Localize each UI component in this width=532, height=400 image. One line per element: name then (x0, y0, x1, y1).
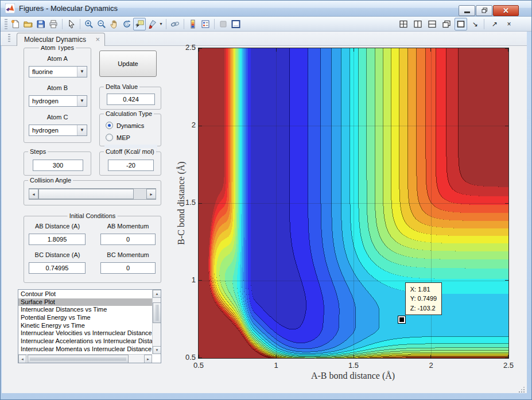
disabled-tool-button (217, 18, 230, 30)
scroll-right-icon[interactable]: ► (144, 355, 152, 363)
ab-momentum-field[interactable] (100, 234, 156, 245)
datatip-z: Z: -103.2 (410, 304, 437, 313)
tile-columns-button[interactable] (411, 18, 424, 30)
disabled-square-icon (219, 20, 228, 29)
cascade-windows-icon (442, 20, 451, 29)
restore-button[interactable] (476, 5, 492, 16)
pan-button[interactable] (108, 18, 121, 30)
steps-field[interactable] (33, 160, 83, 171)
mep-radio[interactable] (106, 134, 113, 141)
single-window-button[interactable] (455, 18, 467, 30)
datatip[interactable]: X: 1.81 Y: 0.7499 Z: -103.2 (405, 282, 442, 316)
datatip-marker[interactable] (399, 317, 404, 322)
zoom-out-button[interactable] (95, 18, 108, 30)
horizontal-scroll-thumb[interactable] (28, 355, 129, 363)
titlebar[interactable]: Figures - Molecular Dynamics ✕ (1, 1, 531, 17)
cutoff-field[interactable] (108, 160, 154, 171)
print-button[interactable] (47, 18, 60, 30)
scroll-left-icon[interactable]: ◄ (18, 355, 26, 363)
toolbar-separator (62, 19, 63, 29)
atom-c-dropdown[interactable]: hydrogen ▼ (29, 125, 87, 136)
atom-b-dropdown[interactable]: hydrogen ▼ (29, 95, 87, 107)
undock-button[interactable]: ↗ (488, 18, 501, 30)
list-item[interactable]: Potential Energy vs Time (18, 314, 152, 322)
slider-right-arrow[interactable]: ▸ (146, 189, 156, 199)
list-item[interactable]: Internuclear Distances vs Time (18, 306, 152, 314)
scroll-up-icon[interactable]: ▲ (153, 290, 161, 298)
collision-angle-slider[interactable]: ◂ ▸ (29, 188, 156, 200)
figure-toolbar: ▾ ↘ ↗ × (1, 17, 531, 32)
vertical-scroll-thumb[interactable] (153, 302, 161, 323)
legend-icon (201, 20, 210, 29)
minimize-button[interactable] (459, 5, 475, 16)
chevron-down-icon[interactable]: ▼ (77, 125, 87, 135)
zoom-in-button[interactable] (83, 18, 95, 30)
canvas-window-button[interactable] (230, 18, 242, 30)
tab-label: Molecular Dynamics (24, 36, 86, 44)
close-icon: ✕ (494, 6, 518, 15)
update-button[interactable]: Update (99, 51, 157, 77)
cutoff-group: Cutoff (Kcal/ mol) (99, 152, 161, 176)
y-tick: 2.5 (173, 43, 196, 52)
vertical-scrollbar[interactable]: ▲ ▼ (152, 290, 161, 354)
y-axis-label: B-C bond distance (Å) (176, 140, 187, 266)
mep-radio-label[interactable]: MEP (117, 134, 130, 141)
bc-distance-field[interactable] (29, 262, 86, 274)
brush-dropdown-icon[interactable]: ▾ (158, 21, 164, 26)
insert-colorbar-button[interactable] (187, 18, 199, 30)
new-script-button[interactable] (9, 18, 22, 30)
plot-type-listbox[interactable]: Contour Plot Surface Plot Internuclear D… (18, 289, 161, 363)
data-cursor-button[interactable] (133, 18, 146, 30)
data-cursor-icon (135, 20, 144, 29)
ab-distance-field[interactable] (29, 234, 86, 245)
slider-left-arrow[interactable]: ◂ (29, 189, 38, 199)
tile-rows-button[interactable] (426, 18, 438, 30)
resize-grip[interactable] (519, 391, 520, 393)
save-button[interactable] (34, 18, 47, 30)
list-item[interactable]: Kinetic Energy vs Time (18, 322, 152, 330)
tile-rows-icon (428, 20, 437, 29)
list-item-selected[interactable]: Surface Plot (18, 298, 152, 306)
zoom-in-icon (84, 20, 94, 29)
chevron-down-icon[interactable]: ▼ (77, 96, 87, 106)
tab-molecular-dynamics[interactable]: Molecular Dynamics × (17, 33, 105, 46)
list-item[interactable]: Contour Plot (18, 290, 152, 298)
rotate-3d-button[interactable] (121, 18, 133, 30)
axes[interactable]: X: 1.81 Y: 0.7499 Z: -103.2 (198, 48, 509, 359)
contour-canvas[interactable] (199, 48, 508, 358)
tile-grid-button[interactable] (397, 18, 410, 30)
dock-arrow-button[interactable]: ↘ (469, 18, 481, 30)
horizontal-scrollbar[interactable]: ◄ ► (18, 354, 152, 363)
colorbar-icon (188, 20, 197, 29)
printer-icon (49, 20, 58, 29)
toolbar-grip[interactable] (5, 19, 7, 29)
insert-legend-button[interactable] (199, 18, 212, 30)
list-item[interactable]: Internuclear Momenta vs Internuclear Dis… (18, 345, 152, 354)
tab-grip[interactable] (8, 34, 10, 43)
atom-types-group: Atom Types Atom A fluorine ▼ Atom B hydr… (24, 48, 91, 143)
brush-button[interactable] (146, 18, 158, 30)
scroll-down-icon[interactable]: ▼ (153, 346, 161, 354)
bc-momentum-field[interactable] (100, 262, 156, 274)
tab-close-icon[interactable]: × (95, 35, 100, 44)
edit-plot-button[interactable] (65, 18, 77, 30)
close-panel-button[interactable]: × (503, 18, 515, 30)
tile-grid-icon (399, 20, 408, 29)
cascade-windows-button[interactable] (440, 18, 453, 30)
collision-angle-legend: Collision Angle (28, 177, 73, 184)
list-item[interactable]: Internuclear Accelerations vs Internucle… (18, 337, 152, 345)
layout-tools: ↘ ↗ × (395, 17, 515, 32)
link-plots-button[interactable] (169, 18, 181, 30)
chevron-down-icon[interactable]: ▼ (77, 67, 87, 77)
dynamics-radio[interactable] (106, 122, 113, 129)
list-item[interactable]: Internuclear Velocities vs Internuclear … (18, 329, 152, 337)
open-file-button[interactable] (22, 18, 34, 30)
open-folder-icon (24, 20, 33, 29)
new-document-icon (11, 20, 20, 29)
x-tick: 1 (263, 361, 289, 370)
atom-a-dropdown[interactable]: fluorine ▼ (29, 66, 87, 77)
close-button[interactable]: ✕ (493, 5, 519, 16)
slider-thumb[interactable] (38, 189, 134, 199)
dynamics-radio-label[interactable]: Dynamics (117, 122, 144, 129)
delta-value-field[interactable] (107, 94, 155, 105)
